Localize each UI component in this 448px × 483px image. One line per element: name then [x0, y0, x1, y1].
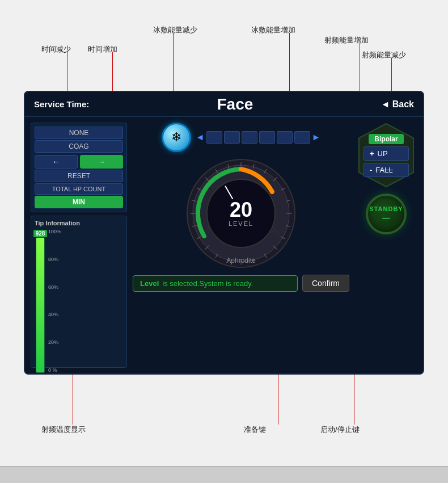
- dial-number: 20: [229, 200, 253, 220]
- bipolar-inner: Bipolar + UP - FALL: [364, 134, 409, 177]
- standby-label: STANDBY: [369, 205, 403, 212]
- standby-button[interactable]: STANDBY —: [366, 194, 407, 234]
- label-ready-key: 准备键: [244, 425, 266, 435]
- thermo-label-80: 80%: [48, 257, 61, 262]
- none-button[interactable]: NONE: [35, 127, 123, 139]
- label-start-stop-key: 启动/停止键: [320, 425, 360, 435]
- thermo-label-0: 0 %: [48, 367, 61, 373]
- thermo-labels: 100% 80% 60% 40% 20% 0 %: [48, 229, 61, 373]
- right-panel: Bipolar + UP - FALL STANDBY —: [355, 123, 417, 368]
- thermo-label-20: 20%: [48, 339, 61, 345]
- seg-right-arrow[interactable]: ►: [312, 132, 321, 142]
- thermo-label-60: 60%: [48, 284, 61, 290]
- seg-left-arrow[interactable]: ◄: [196, 132, 205, 142]
- arrow-right-button[interactable]: →: [80, 155, 123, 169]
- tip-info-label: Tip Information: [35, 220, 123, 226]
- seg-block-4[interactable]: [259, 131, 275, 144]
- label-rf-energy-decrease: 射频能量减少: [362, 50, 406, 60]
- snowflake-icon: ❄: [171, 130, 181, 145]
- top-bar: Service Time: Face ◄ Back: [25, 92, 423, 117]
- thermo-label-40: 40%: [48, 312, 61, 317]
- segment-control: ◄ ►: [196, 131, 321, 144]
- mode-buttons: NONE COAG ← → RESET TOTAL HP COUNT MIN: [31, 123, 127, 212]
- arrow-left-button[interactable]: ←: [35, 155, 78, 169]
- thermo-fill: [36, 238, 44, 372]
- dial-level-label: LEVEL: [229, 220, 253, 227]
- ice-button[interactable]: ❄: [162, 123, 191, 152]
- fall-button[interactable]: - FALL: [364, 163, 409, 177]
- seg-block-1[interactable]: [206, 131, 222, 144]
- service-time-label: Service Time:: [34, 99, 89, 109]
- plus-icon: +: [370, 149, 374, 158]
- confirm-button[interactable]: Confirm: [302, 275, 349, 292]
- status-bar: Level is selected.System is ready. Confi…: [133, 275, 349, 292]
- dial-center: 20 LEVEL: [229, 200, 253, 227]
- seg-block-3[interactable]: [242, 131, 257, 144]
- thermo-value-badge: 928: [33, 230, 48, 237]
- fall-label: FALL: [375, 166, 392, 174]
- annotation-line-time-decrease: [67, 52, 67, 95]
- status-level: Level: [140, 279, 159, 288]
- content-area: NONE COAG ← → RESET TOTAL HP COUNT MIN T…: [25, 117, 423, 373]
- standby-dash-icon: —: [382, 213, 390, 222]
- face-title: Face: [217, 95, 253, 114]
- seg-block-5[interactable]: [277, 131, 293, 144]
- label-time-increase: 时间增加: [88, 44, 117, 54]
- status-text: is selected.System is ready.: [162, 279, 253, 288]
- dial-container: 20 LEVEL Aphrodite: [184, 157, 298, 270]
- up-button[interactable]: + UP: [364, 146, 409, 161]
- reset-button[interactable]: RESET: [35, 170, 123, 182]
- minus-icon: -: [370, 166, 372, 174]
- nav-arrows: ← →: [35, 155, 123, 169]
- thermo-bar: [36, 237, 45, 373]
- total-hp-button[interactable]: TOTAL HP COUNT: [35, 183, 123, 195]
- center-panel: ❄ ◄ ►: [133, 123, 349, 368]
- back-button[interactable]: ◄ Back: [381, 99, 414, 110]
- ice-control: ❄ ◄ ►: [162, 123, 321, 152]
- bipolar-hex: Bipolar + UP - FALL: [358, 123, 415, 188]
- label-rf-energy-increase: 射频能量增加: [324, 35, 369, 45]
- device-panel: Service Time: Face ◄ Back NONE COAG ← → …: [24, 91, 424, 375]
- bipolar-button[interactable]: Bipolar: [369, 134, 403, 144]
- thermo-label-100: 100%: [48, 229, 61, 234]
- coag-button[interactable]: COAG: [35, 140, 123, 153]
- label-rf-temp-display: 射频温度显示: [41, 425, 86, 435]
- label-ice-energy-decrease: 冰敷能量减少: [153, 25, 197, 35]
- bottom-bar: [0, 466, 448, 483]
- seg-block-6[interactable]: [294, 131, 310, 144]
- left-panel: NONE COAG ← → RESET TOTAL HP COUNT MIN T…: [31, 123, 127, 368]
- min-button[interactable]: MIN: [35, 196, 123, 208]
- thermo-container: 928 100% 80% 60% 40% 20% 0 %: [35, 229, 123, 373]
- status-message: Level is selected.System is ready.: [133, 275, 298, 292]
- seg-block-2[interactable]: [224, 131, 240, 144]
- thermometer-section: Tip Information 928 100% 80% 60% 40% 20%: [31, 216, 127, 368]
- up-label: UP: [378, 149, 388, 158]
- thermo-bar-wrap: 928: [35, 229, 46, 373]
- dial-name: Aphrodite: [226, 257, 255, 264]
